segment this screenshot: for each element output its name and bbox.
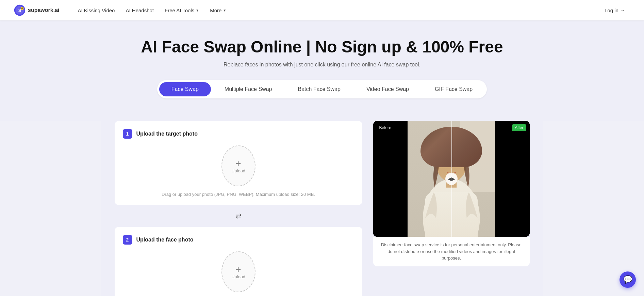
swap-divider: ⇅ xyxy=(115,211,362,221)
preview-container: Before After xyxy=(373,121,530,237)
step1-header: 1 Upload the target photo xyxy=(123,129,354,139)
chat-bubble-icon: 💬 xyxy=(623,275,632,284)
logo-icon: S ai xyxy=(14,4,26,16)
preview-left-dark xyxy=(373,121,408,237)
preview-handle[interactable]: ◀▶ xyxy=(445,173,458,185)
navbar: S ai supawork.ai AI Kissing Video AI Hea… xyxy=(0,0,644,20)
upload-face-plus-icon: + xyxy=(235,265,241,274)
step2-header: 2 Upload the face photo xyxy=(123,235,354,245)
svg-rect-6 xyxy=(460,121,495,192)
nav-ai-kissing[interactable]: AI Kissing Video xyxy=(73,5,119,16)
step1-badge: 1 xyxy=(123,129,132,139)
step1-section: 1 Upload the target photo + Upload Drag … xyxy=(115,121,362,205)
preview-inner: Before After xyxy=(373,121,530,237)
svg-text:ai: ai xyxy=(21,7,23,10)
svg-point-12 xyxy=(442,160,448,165)
disclaimer: Disclaimer: face swap service is for per… xyxy=(373,237,530,266)
svg-point-15 xyxy=(456,160,459,164)
preview-before-label: Before xyxy=(377,124,394,131)
step2-title: Upload the face photo xyxy=(136,237,194,243)
upload-face-label: Upload xyxy=(231,274,245,279)
upload-face-area[interactable]: + Upload xyxy=(221,251,255,292)
preview-handle-arrows-icon: ◀▶ xyxy=(448,176,455,182)
tab-face-swap[interactable]: Face Swap xyxy=(159,82,211,96)
step2-section: 2 Upload the face photo + Upload Drag or… xyxy=(115,227,362,296)
right-panel: Before After xyxy=(373,121,530,296)
login-button[interactable]: Log in → xyxy=(599,5,630,16)
svg-text:S: S xyxy=(18,8,21,13)
nav-ai-headshot[interactable]: AI Headshot xyxy=(121,5,159,16)
swap-arrows-icon: ⇅ xyxy=(234,213,243,219)
svg-point-14 xyxy=(455,160,461,165)
nav-links: AI Kissing Video AI Headshot Free AI Too… xyxy=(73,5,599,16)
chat-bubble-button[interactable]: 💬 xyxy=(620,271,636,288)
upload-target-label: Upload xyxy=(231,168,245,173)
more-dropdown-arrow: ▼ xyxy=(223,9,226,12)
upload-plus-icon: + xyxy=(235,159,241,168)
tabs-container: Face Swap Multiple Face Swap Batch Face … xyxy=(157,80,487,98)
hero-section: AI Face Swap Online | No Sign up & 100% … xyxy=(0,20,644,121)
step1-hint: Drag or upload your photo (JPG, PNG, WEB… xyxy=(123,192,354,197)
step1-title: Upload the target photo xyxy=(136,131,198,137)
tab-gif-face-swap[interactable]: GIF Face Swap xyxy=(423,82,485,96)
left-panel: 1 Upload the target photo + Upload Drag … xyxy=(115,121,362,296)
free-ai-tools-dropdown-arrow: ▼ xyxy=(196,9,199,12)
main-content: 1 Upload the target photo + Upload Drag … xyxy=(101,121,543,296)
upload-target-area[interactable]: + Upload xyxy=(221,145,255,186)
preview-right-dark xyxy=(495,121,529,237)
tab-multiple-face-swap[interactable]: Multiple Face Swap xyxy=(212,82,284,96)
tab-batch-face-swap[interactable]: Batch Face Swap xyxy=(285,82,352,96)
step2-badge: 2 xyxy=(123,235,132,245)
logo-text: supawork.ai xyxy=(28,7,59,13)
hero-title: AI Face Swap Online | No Sign up & 100% … xyxy=(7,37,637,56)
tab-video-face-swap[interactable]: Video Face Swap xyxy=(354,82,421,96)
preview-after-label: After xyxy=(512,124,526,131)
hero-subtitle: Replace faces in photos with just one cl… xyxy=(7,62,637,68)
nav-free-ai-tools[interactable]: Free AI Tools ▼ xyxy=(160,5,204,16)
svg-point-13 xyxy=(443,160,447,164)
logo[interactable]: S ai supawork.ai xyxy=(14,4,59,16)
nav-more[interactable]: More ▼ xyxy=(205,5,231,16)
